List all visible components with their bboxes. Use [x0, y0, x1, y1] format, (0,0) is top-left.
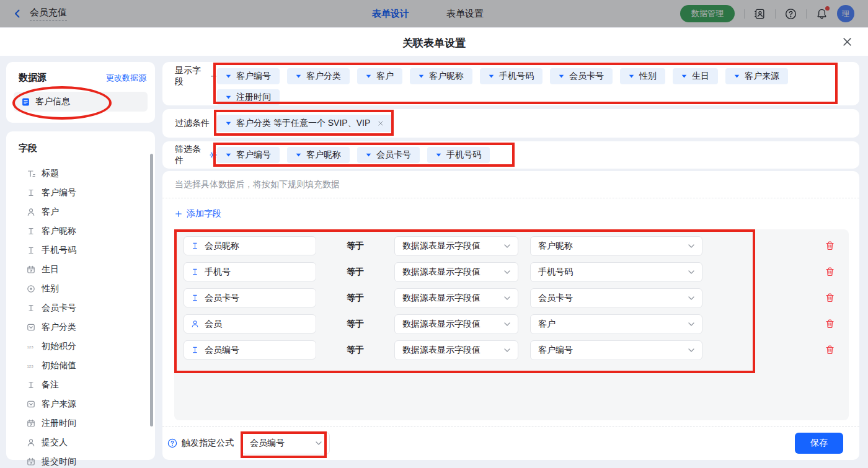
field-list-item[interactable]: 提交人	[6, 433, 155, 452]
screening-tags: 客户编号 客户昵称 会员卡号 手机号码	[217, 147, 837, 163]
trigger-formula-select[interactable]: 会员编号	[242, 432, 330, 454]
field-list-item[interactable]: 客户来源	[6, 394, 155, 413]
field-list-item[interactable]: 生日	[6, 260, 155, 279]
rule-field-input[interactable]: 会员	[184, 314, 316, 333]
save-button[interactable]: 保存	[795, 433, 843, 454]
field-label: 备注	[42, 379, 59, 391]
rule-target-select[interactable]: 客户昵称	[530, 236, 702, 256]
field-list-item[interactable]: 客户昵称	[6, 221, 155, 241]
field-list-item[interactable]: 客户编号	[6, 183, 155, 202]
rule-source-select[interactable]: 数据源表显示字段值	[394, 288, 518, 308]
rule-row: 会员卡号 等于 数据源表显示字段值 会员卡号	[174, 288, 849, 307]
notification-button[interactable]	[816, 8, 828, 20]
tag-label: 客户来源	[745, 71, 779, 82]
add-field-link[interactable]: 添加字段	[175, 208, 221, 219]
display-field-tag[interactable]: 客户昵称	[410, 68, 472, 84]
rule-field-input[interactable]: 会员卡号	[184, 288, 316, 307]
chevron-down-icon	[688, 270, 694, 274]
rule-row: 会员昵称 等于 数据源表显示字段值 客户昵称	[174, 236, 849, 255]
display-field-tag[interactable]: 会员卡号	[550, 68, 613, 84]
display-field-tag[interactable]: 手机号码	[480, 68, 542, 84]
field-label: 提交人	[42, 437, 68, 448]
change-datasource-link[interactable]: 更改数据源	[106, 73, 146, 84]
field-list-item[interactable]: 会员卡号	[6, 298, 155, 317]
field-list-item[interactable]: 性别	[6, 279, 155, 298]
trigger-formula-value: 会员编号	[250, 438, 285, 449]
display-fields-label: 显示字段	[175, 65, 206, 87]
field-label: 生日	[42, 264, 59, 275]
modal-title: 关联表单设置	[0, 36, 868, 50]
field-list-item[interactable]: 客户分类	[6, 317, 155, 337]
screening-field-tag[interactable]: 客户编号	[217, 147, 280, 163]
close-icon[interactable]	[842, 37, 852, 47]
display-field-tags: 客户编号 客户分类 客户 客户昵称 手机号码	[217, 68, 837, 99]
screening-field-tag[interactable]: 客户昵称	[287, 147, 350, 163]
trash-icon[interactable]	[825, 267, 835, 277]
field-list-item[interactable]: 提交时间	[6, 452, 155, 468]
display-field-tag[interactable]: 客户编号	[217, 68, 280, 84]
number-icon: 123	[27, 342, 35, 351]
display-field-tag[interactable]: 性别	[620, 68, 665, 84]
field-list-item[interactable]: 手机号码	[6, 241, 155, 260]
remove-filter-icon[interactable]	[378, 120, 384, 126]
rule-source-select[interactable]: 数据源表显示字段值	[394, 314, 518, 334]
field-list-item[interactable]: 客户	[6, 202, 155, 221]
chevron-down-icon	[316, 441, 322, 445]
rule-source-select[interactable]: 数据源表显示字段值	[394, 236, 518, 256]
gear-icon[interactable]	[210, 151, 217, 159]
field-label: 客户分类	[42, 322, 76, 333]
triangle-down-icon	[681, 74, 687, 78]
rule-row: 手机号 等于 数据源表显示字段值 手机号码	[174, 262, 849, 281]
trash-icon[interactable]	[825, 241, 835, 251]
nav-tabs: 表单设计 表单设置	[0, 8, 862, 20]
tag-label: 客户	[376, 71, 394, 82]
rule-source-select[interactable]: 数据源表显示字段值	[394, 262, 518, 282]
trash-icon[interactable]	[825, 293, 835, 303]
trigger-formula-label: 触发指定公式	[182, 438, 234, 449]
field-label: 客户	[42, 206, 59, 218]
trash-icon[interactable]	[825, 319, 835, 329]
field-list-item[interactable]: 注册时间	[6, 413, 155, 433]
fields-panel: 字段 标题 客户编号 客户 客户昵称 手机	[6, 131, 155, 460]
field-list-item[interactable]: 标题	[6, 164, 155, 183]
rule-field-input[interactable]: 会员编号	[184, 340, 316, 360]
field-list-item[interactable]: 备注	[6, 375, 155, 394]
field-list-item[interactable]: 123 初始积分	[6, 337, 155, 356]
select-icon	[27, 400, 35, 408]
field-label: 标题	[42, 168, 59, 179]
add-display-field-icon[interactable]	[210, 73, 217, 80]
rule-field-input[interactable]: 手机号	[184, 262, 316, 281]
rule-target-select[interactable]: 会员卡号	[530, 288, 702, 308]
calendar-icon	[27, 419, 35, 428]
rule-operator: 等于	[347, 345, 364, 356]
text-icon	[27, 381, 35, 389]
text-icon	[27, 304, 35, 312]
display-field-tag[interactable]: 注册时间	[217, 89, 280, 105]
svg-text:123: 123	[27, 363, 33, 368]
rule-target-select[interactable]: 客户编号	[530, 340, 702, 360]
text-icon	[191, 242, 199, 250]
rule-source-select[interactable]: 数据源表显示字段值	[394, 340, 518, 360]
trash-icon[interactable]	[825, 345, 835, 355]
screening-field-tag[interactable]: 会员卡号	[357, 147, 420, 163]
screening-field-tag[interactable]: 手机号码	[427, 147, 490, 163]
filter-condition-tag[interactable]: 客户分类 等于任意一个 SVIP、VIP	[217, 115, 392, 132]
datasource-item[interactable]: 客户信息	[14, 92, 148, 112]
rule-field-input[interactable]: 会员昵称	[184, 236, 316, 255]
display-field-tag[interactable]: 客户分类	[287, 68, 350, 84]
rule-target-select[interactable]: 手机号码	[530, 262, 702, 282]
tag-label: 注册时间	[236, 92, 271, 103]
scrollbar-thumb[interactable]	[150, 154, 153, 426]
tab-form-settings[interactable]: 表单设置	[446, 8, 484, 20]
triangle-down-icon	[226, 121, 231, 125]
display-field-tag[interactable]: 生日	[673, 68, 718, 84]
formula-help-icon[interactable]	[167, 438, 177, 448]
filter-tag-label: 客户分类 等于任意一个 SVIP、VIP	[236, 118, 370, 129]
rule-target-select[interactable]: 客户	[530, 314, 702, 334]
radio-icon	[27, 285, 35, 293]
tab-form-design[interactable]: 表单设计	[372, 8, 409, 20]
display-field-tag[interactable]: 客户来源	[725, 68, 788, 84]
text-icon	[191, 268, 199, 276]
field-list-item[interactable]: 123 初始储值	[6, 356, 155, 375]
display-field-tag[interactable]: 客户	[357, 68, 402, 84]
